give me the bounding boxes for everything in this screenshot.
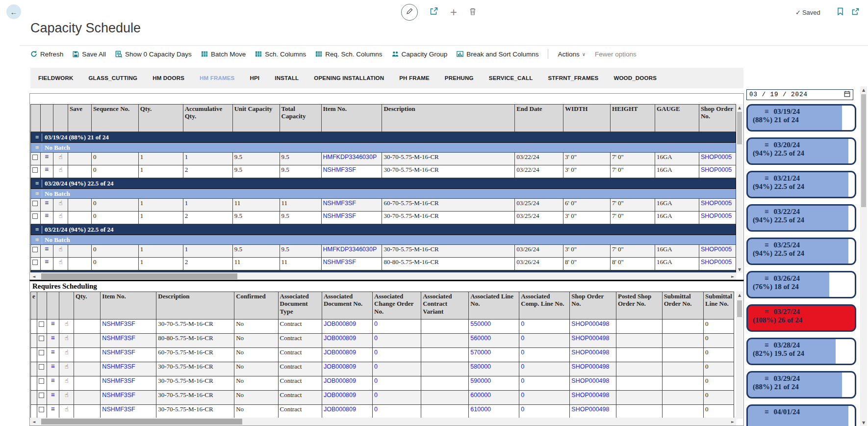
tab-install[interactable]: INSTALL bbox=[275, 75, 299, 81]
scroll-down-icon[interactable]: ▼ bbox=[860, 419, 867, 426]
column-header[interactable]: Submittal Order No. bbox=[662, 292, 703, 320]
schedule-horizontal-scrollbar[interactable]: ◄ ► bbox=[30, 272, 736, 280]
tab-hm-frames[interactable]: HM FRAMES bbox=[200, 75, 234, 81]
scrollbar-thumb[interactable] bbox=[737, 300, 742, 317]
tab-glass-cutting[interactable]: GLASS_CUTTING bbox=[88, 75, 137, 81]
edit-button[interactable] bbox=[401, 4, 418, 21]
drag-handle-icon[interactable]: ☝ bbox=[55, 153, 66, 160]
comp-line-no-link[interactable]: 0 bbox=[521, 349, 524, 356]
show-0-capacity-days-button[interactable]: Show 0 Capacity Days bbox=[115, 51, 192, 58]
column-header[interactable]: Unit Capacity bbox=[232, 105, 280, 132]
capacity-day-card[interactable]: ≡03/26/24(76%) 18 of 24 bbox=[746, 271, 856, 298]
capacity-group-button[interactable]: Capacity Group bbox=[392, 51, 448, 58]
item-no-link[interactable]: HMFKDP3346030P bbox=[323, 246, 377, 253]
row-menu-icon[interactable]: ≡ bbox=[32, 180, 42, 187]
item-no-link[interactable]: NSHMF3SF bbox=[102, 349, 135, 356]
capacity-day-card[interactable]: ≡04/01/24 bbox=[746, 404, 856, 426]
change-order-link[interactable]: 0 bbox=[374, 392, 378, 399]
drag-handle-icon[interactable]: ☝ bbox=[61, 377, 72, 384]
tab-wood-doors[interactable]: WOOD_DOORS bbox=[613, 75, 657, 81]
column-header[interactable]: Total Capacity bbox=[280, 105, 321, 132]
card-menu-icon[interactable]: ≡ bbox=[765, 208, 769, 216]
change-order-link[interactable]: 0 bbox=[374, 377, 378, 384]
row-checkbox[interactable] bbox=[39, 378, 44, 384]
document-no-link[interactable]: JOB000809 bbox=[324, 320, 356, 327]
row-menu-icon[interactable]: ≡ bbox=[32, 190, 42, 198]
capacity-day-card[interactable]: ≡03/27/24(108%) 26 of 24 bbox=[746, 304, 856, 332]
item-no-link[interactable]: NSHMF3SF bbox=[102, 320, 135, 327]
comp-line-no-link[interactable]: 0 bbox=[521, 377, 524, 384]
line-no-link[interactable]: 590000 bbox=[470, 377, 491, 384]
refresh-button[interactable]: Refresh bbox=[30, 51, 63, 58]
shop-order-link[interactable]: SHOP0005 bbox=[701, 154, 732, 160]
row-menu-icon[interactable]: ≡ bbox=[32, 226, 42, 234]
column-header[interactable]: Associated Line No. bbox=[469, 292, 519, 320]
row-menu-icon[interactable]: ≡ bbox=[49, 363, 58, 371]
document-no-link[interactable]: JOB000809 bbox=[324, 349, 356, 356]
change-order-link[interactable]: 0 bbox=[374, 320, 378, 327]
item-no-link[interactable]: NSHMF3SF bbox=[102, 406, 135, 413]
column-header[interactable]: HEIGHT bbox=[611, 105, 655, 132]
drag-handle-icon[interactable]: ☝ bbox=[55, 212, 66, 219]
row-menu-icon[interactable]: ≡ bbox=[42, 153, 51, 161]
scrollbar-thumb[interactable] bbox=[861, 94, 866, 207]
capacity-day-card[interactable]: ≡03/20/24(94%) 22.5 of 24 bbox=[746, 137, 856, 165]
tab-service-call[interactable]: SERVICE_CALL bbox=[489, 75, 533, 81]
shop-order-link[interactable]: SHOP0005 bbox=[701, 213, 732, 219]
save-all-button[interactable]: Save All bbox=[73, 51, 106, 58]
fewer-options-button[interactable]: Fewer options bbox=[595, 51, 637, 58]
item-no-link[interactable]: NSHMF3SF bbox=[323, 259, 356, 266]
capacity-day-card[interactable]: ≡03/25/24(94%) 22.5 of 24 bbox=[746, 238, 856, 265]
scroll-right-icon[interactable]: ► bbox=[729, 418, 736, 426]
item-no-link[interactable]: NSHMF3SF bbox=[102, 335, 135, 342]
shop-order-link[interactable]: SHOP0005 bbox=[701, 259, 732, 266]
shop-order-link[interactable]: SHOP000498 bbox=[571, 363, 609, 370]
column-header[interactable] bbox=[31, 105, 41, 132]
calendar-icon[interactable] bbox=[844, 91, 850, 99]
comp-line-no-link[interactable]: 0 bbox=[521, 363, 524, 370]
line-no-link[interactable]: 610000 bbox=[470, 406, 491, 413]
row-menu-icon[interactable]: ≡ bbox=[32, 133, 42, 141]
column-header[interactable]: Associated Change Order No. bbox=[373, 292, 421, 320]
document-no-link[interactable]: JOB000809 bbox=[324, 377, 356, 384]
requires-horizontal-scrollbar[interactable]: ◄ ► bbox=[30, 418, 736, 426]
row-checkbox[interactable] bbox=[39, 393, 44, 398]
row-checkbox[interactable] bbox=[39, 350, 44, 355]
column-header[interactable]: Submittal Line No. bbox=[704, 292, 734, 320]
scrollbar-thumb[interactable] bbox=[737, 112, 742, 144]
shop-order-link[interactable]: SHOP0005 bbox=[701, 200, 732, 207]
comp-line-no-link[interactable]: 0 bbox=[521, 406, 524, 413]
scroll-up-icon[interactable]: ▲ bbox=[736, 292, 743, 298]
scroll-left-icon[interactable]: ◄ bbox=[30, 272, 37, 280]
card-menu-icon[interactable]: ≡ bbox=[765, 241, 769, 249]
scrollbar-thumb[interactable] bbox=[41, 419, 242, 425]
capacity-day-card[interactable]: ≡03/19/24(88%) 21 of 24 bbox=[746, 104, 856, 132]
tab-ph-frame[interactable]: PH FRAME bbox=[399, 75, 430, 81]
row-menu-icon[interactable]: ≡ bbox=[49, 320, 58, 328]
document-no-link[interactable]: JOB000809 bbox=[324, 335, 356, 342]
row-checkbox[interactable] bbox=[39, 336, 44, 341]
column-header[interactable]: Shop Order No. bbox=[699, 105, 736, 132]
line-no-link[interactable]: 560000 bbox=[470, 335, 491, 342]
row-menu-icon[interactable]: ≡ bbox=[42, 258, 51, 266]
row-menu-icon[interactable]: ≡ bbox=[32, 144, 42, 152]
row-checkbox[interactable] bbox=[32, 213, 38, 219]
drag-handle-icon[interactable]: ☝ bbox=[61, 405, 72, 413]
back-button[interactable]: ← bbox=[6, 4, 21, 19]
row-menu-icon[interactable]: ≡ bbox=[49, 348, 58, 356]
column-header[interactable] bbox=[40, 105, 53, 132]
card-menu-icon[interactable]: ≡ bbox=[765, 408, 769, 416]
line-no-link[interactable]: 570000 bbox=[470, 349, 491, 356]
drag-handle-icon[interactable]: ☝ bbox=[61, 363, 72, 370]
schedule-vertical-scrollbar[interactable]: ▲ ▼ bbox=[736, 104, 743, 273]
column-header[interactable]: Associated Comp. Line No. bbox=[519, 292, 570, 320]
column-header[interactable]: e bbox=[31, 292, 37, 320]
scroll-up-icon[interactable]: ▲ bbox=[736, 104, 743, 111]
actions-menu-button[interactable]: Actions ∨ bbox=[558, 51, 586, 58]
row-checkbox[interactable] bbox=[39, 407, 44, 412]
shop-order-link[interactable]: SHOP000498 bbox=[571, 349, 609, 356]
card-menu-icon[interactable]: ≡ bbox=[765, 174, 769, 183]
tab-opening-installation[interactable]: OPENING INSTALLATION bbox=[314, 75, 384, 81]
column-header[interactable]: Description bbox=[156, 292, 234, 320]
shop-order-link[interactable]: SHOP000498 bbox=[571, 320, 609, 327]
